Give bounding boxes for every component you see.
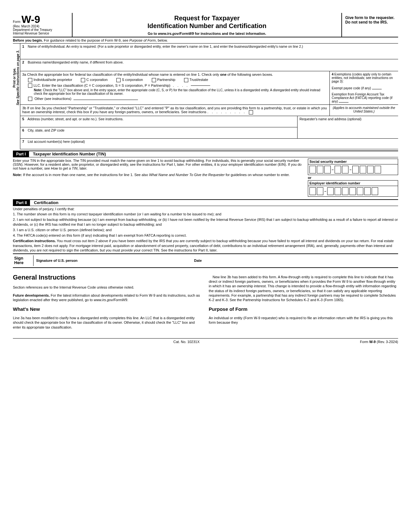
other-input[interactable]: [73, 100, 138, 100]
ein-input[interactable]: –: [308, 186, 398, 197]
title-line1: Request for Taxpayer: [76, 14, 338, 22]
payee-code-input[interactable]: [372, 89, 382, 89]
dept: Department of the Treasury: [13, 28, 69, 32]
llc-class-input[interactable]: [191, 85, 210, 86]
part1-body: Enter your TIN in the appropriate box. T…: [13, 157, 398, 198]
cb-trust[interactable]: [184, 78, 188, 82]
signature-field[interactable]: Signature of U.S. person: [34, 259, 194, 262]
general-instructions: General Instructions Section references …: [13, 271, 398, 333]
line-6[interactable]: 6 City, state, and ZIP code: [20, 127, 297, 139]
form-number: W-9: [21, 14, 40, 25]
line-2[interactable]: 2 Business name/disregarded entity name,…: [20, 59, 398, 71]
line-1[interactable]: 1 Name of entity/individual. An entry is…: [20, 44, 398, 59]
form-header: Form W-9 (Rev. March 2024) Department of…: [13, 13, 398, 37]
form-prefix: Form: [13, 20, 20, 24]
line-5[interactable]: 5 Address (number, street, and apt. or s…: [20, 116, 297, 127]
give-form: Give form to the requester. Do not send …: [341, 13, 398, 37]
cb-s-corp[interactable]: [116, 78, 121, 82]
signature-row: Sign Here Signature of U.S. person Date: [13, 253, 398, 268]
line-3b: 3b If on line 3a you checked "Partnershi…: [20, 105, 330, 116]
ssn-input[interactable]: – –: [308, 164, 398, 175]
goto-line: Go to www.irs.gov/FormW9 for instruction…: [76, 32, 338, 35]
tin-box: Social security number – – or Employer i…: [308, 159, 398, 197]
certification-text: Under penalties of perjury, I certify th…: [13, 207, 398, 253]
fatca-code-input[interactable]: [339, 102, 348, 103]
line-3a: 3a Check the appropriate box for federal…: [20, 71, 330, 104]
applies-note: (Applies to accounts maintained outside …: [330, 105, 398, 116]
cb-individual[interactable]: [28, 78, 32, 82]
date-field[interactable]: Date: [194, 259, 202, 262]
title-line2: Identification Number and Certification: [76, 22, 338, 30]
cb-partnership[interactable]: [152, 78, 156, 82]
cb-3b[interactable]: [249, 110, 253, 114]
main-fields: Print or type. See Specific Instructions…: [13, 44, 398, 149]
line-3-4-container: 3a Check the appropriate box for federal…: [20, 71, 398, 105]
before-you-begin: Before you begin. For guidance related t…: [13, 37, 398, 44]
page-footer: Cat. No. 10231X Form W-9 (Rev. 3-2024): [13, 338, 398, 344]
part1-header: Part I Taxpayer Identification Number (T…: [13, 151, 398, 157]
cb-c-corp[interactable]: [81, 78, 85, 82]
header-left: Form W-9 (Rev. March 2024) Department of…: [13, 13, 73, 37]
line-4: 4 Exemptions (codes apply only to certai…: [330, 71, 398, 104]
requester-box[interactable]: Requester's name and address (optional): [297, 116, 398, 139]
cb-other[interactable]: [28, 97, 32, 101]
irs: Internal Revenue Service: [13, 32, 69, 35]
cb-llc[interactable]: [28, 84, 32, 88]
address-block: 5 Address (number, street, and apt. or s…: [20, 116, 398, 139]
line-7[interactable]: 7 List account number(s) here (optional): [20, 139, 398, 149]
line-3b-row: 3b If on line 3a you checked "Partnershi…: [20, 105, 398, 116]
revision: (Rev. March 2024): [13, 25, 69, 28]
header-center: Request for Taxpayer Identification Numb…: [73, 13, 341, 37]
side-label: Print or type. See Specific Instructions…: [13, 44, 20, 149]
part2-header: Part II Certification: [13, 199, 398, 206]
